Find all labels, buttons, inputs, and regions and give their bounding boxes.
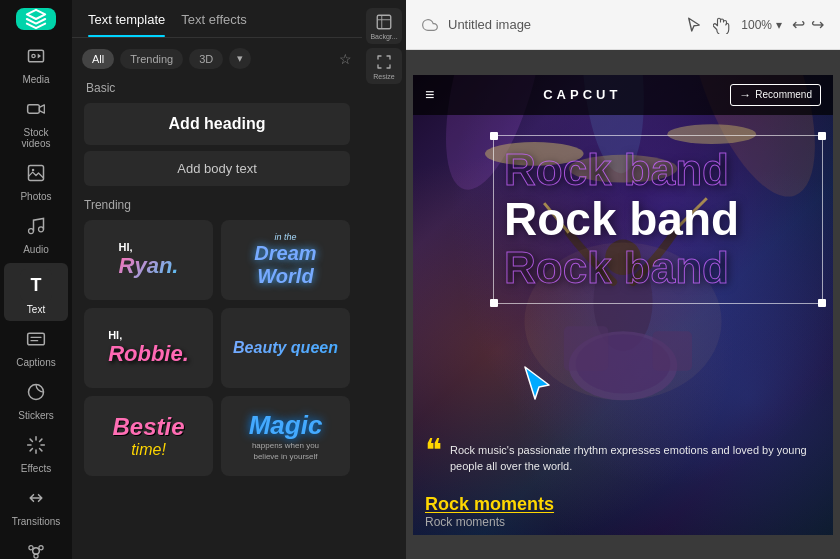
sidebar-item-transitions[interactable]: Transitions (4, 482, 68, 533)
side-tools: Backgr... Resize (362, 0, 406, 559)
magic-text: Magic (249, 410, 323, 441)
trending-title: Trending (84, 198, 350, 212)
canvas-area: Untitled image 100% ▾ ↩ ↪ (406, 0, 840, 559)
sidebar-item-photos-label: Photos (20, 191, 51, 202)
filter-bar: All Trending 3D ▾ ☆ (72, 38, 362, 75)
resize-tool[interactable]: Resize (366, 48, 402, 84)
sidebar-item-stock-videos[interactable]: Stockvideos (4, 93, 68, 155)
zoom-control[interactable]: 100% ▾ (741, 18, 782, 32)
stickers-icon (26, 382, 46, 407)
favorites-icon[interactable]: ☆ (339, 51, 352, 67)
filters-icon (26, 541, 46, 559)
sidebar: Media Stockvideos Photos (0, 0, 72, 559)
text-panel: Text template Text effects All Trending … (72, 0, 362, 559)
svg-rect-3 (29, 166, 44, 181)
filter-more-dropdown[interactable]: ▾ (229, 48, 251, 69)
audio-icon (26, 216, 46, 241)
template-magic[interactable]: Magic happens when youbelieve in yoursel… (221, 396, 350, 476)
sidebar-item-effects[interactable]: Effects (4, 429, 68, 480)
basic-section-title: Basic (72, 75, 362, 99)
ryan-text: Ryan. (119, 253, 179, 279)
in-the-text: in the (274, 232, 296, 242)
template-grid: HI, Ryan. in the Dream World HI, Robbie. (84, 220, 350, 476)
quote-marks: ❝ (425, 434, 442, 466)
cloud-icon (422, 17, 438, 33)
sidebar-item-captions-label: Captions (16, 357, 55, 368)
canvas-overlay-header: ≡ CAPCUT → Recommend (413, 75, 833, 115)
sidebar-item-text[interactable]: T Text (4, 263, 68, 321)
quote-section: ❝ Rock music's passionate rhythm express… (413, 428, 833, 485)
handle-tl[interactable] (490, 132, 498, 140)
tab-text-template[interactable]: Text template (88, 12, 165, 37)
dream-text: Dream (254, 242, 316, 265)
handle-tr[interactable] (818, 132, 826, 140)
stock-videos-icon (26, 99, 46, 124)
text-icon: T (31, 275, 42, 296)
topbar: Untitled image 100% ▾ ↩ ↪ (406, 0, 840, 50)
filter-3d[interactable]: 3D (189, 49, 223, 69)
effects-icon (26, 435, 46, 460)
template-hi-robbie[interactable]: HI, Robbie. (84, 308, 213, 388)
captions-icon (26, 329, 46, 354)
redo-button[interactable]: ↪ (811, 15, 824, 34)
svg-rect-7 (28, 333, 45, 345)
basic-section: Add heading Add body text (72, 99, 362, 194)
rock-band-line-1: Rock band (504, 146, 812, 194)
sidebar-item-photos[interactable]: Photos (4, 157, 68, 208)
template-bestie-time[interactable]: Bestie time! (84, 396, 213, 476)
app-logo[interactable] (16, 8, 56, 30)
sidebar-item-media[interactable]: Media (4, 40, 68, 91)
hi-label: HI, (119, 241, 133, 253)
filter-all[interactable]: All (82, 49, 114, 69)
sidebar-item-transitions-label: Transitions (12, 516, 61, 527)
rock-band-text-block[interactable]: Rock band Rock band Rock band (493, 135, 823, 304)
zoom-dropdown-icon: ▾ (776, 18, 782, 32)
quote-text: Rock music's passionate rhythm expresses… (450, 438, 821, 475)
hand-tool-icon[interactable] (713, 16, 731, 34)
canvas-content[interactable]: ≡ CAPCUT → Recommend Rock band Rock band… (406, 50, 840, 559)
photos-icon (26, 163, 46, 188)
panel-tabs: Text template Text effects (72, 0, 362, 38)
svg-rect-0 (29, 50, 44, 62)
rock-moments-section: Rock moments Rock moments (425, 494, 554, 529)
brand-label: CAPCUT (444, 87, 720, 102)
hi2-label: HI, (108, 329, 122, 341)
svg-point-11 (39, 546, 43, 550)
magic-sub: happens when youbelieve in yourself (252, 441, 319, 462)
hamburger-icon[interactable]: ≡ (425, 86, 434, 104)
rock-moments-title: Rock moments (425, 494, 554, 515)
tab-text-effects[interactable]: Text effects (181, 12, 247, 37)
transitions-icon (26, 488, 46, 513)
template-beauty-queen[interactable]: Beauty queen (221, 308, 350, 388)
recommend-button[interactable]: → Recommend (730, 84, 821, 106)
document-title: Untitled image (448, 17, 675, 32)
rock-band-line-2: Rock band (504, 194, 812, 245)
pointer-tool-icon[interactable] (685, 16, 703, 34)
world-text: World (257, 265, 313, 288)
template-dream-world[interactable]: in the Dream World (221, 220, 350, 300)
sidebar-item-filters[interactable]: Filters (4, 535, 68, 559)
sidebar-item-stickers[interactable]: Stickers (4, 376, 68, 427)
template-hi-ryan[interactable]: HI, Ryan. (84, 220, 213, 300)
sidebar-item-text-label: Text (27, 304, 45, 315)
image-canvas[interactable]: ≡ CAPCUT → Recommend Rock band Rock band… (413, 75, 833, 535)
handle-br[interactable] (818, 299, 826, 307)
background-tool[interactable]: Backgr... (366, 8, 402, 44)
rock-band-line-3: Rock band (504, 244, 812, 292)
sidebar-item-stock-label: Stockvideos (22, 127, 51, 149)
undo-button[interactable]: ↩ (792, 15, 805, 34)
zoom-value: 100% (741, 18, 772, 32)
sidebar-item-captions[interactable]: Captions (4, 323, 68, 374)
time-text: time! (131, 441, 166, 459)
add-body-button[interactable]: Add body text (84, 151, 350, 186)
undo-redo-controls: ↩ ↪ (792, 15, 824, 34)
add-heading-button[interactable]: Add heading (84, 103, 350, 145)
svg-rect-13 (377, 15, 391, 29)
sidebar-item-audio-label: Audio (23, 244, 49, 255)
sidebar-item-effects-label: Effects (21, 463, 51, 474)
svg-point-1 (32, 54, 35, 57)
handle-bl[interactable] (490, 299, 498, 307)
filter-trending[interactable]: Trending (120, 49, 183, 69)
rock-moments-sub: Rock moments (425, 515, 554, 529)
sidebar-item-audio[interactable]: Audio (4, 210, 68, 261)
